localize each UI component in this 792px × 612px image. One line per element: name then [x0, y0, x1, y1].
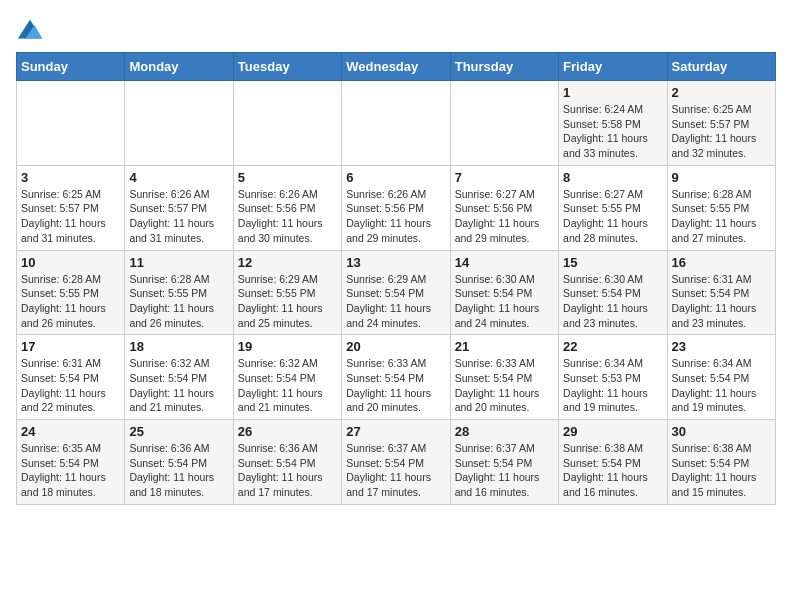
day-info: Sunrise: 6:33 AM Sunset: 5:54 PM Dayligh… [455, 356, 554, 415]
weekday-header-saturday: Saturday [667, 53, 775, 81]
calendar-cell-w3-d5: 14Sunrise: 6:30 AM Sunset: 5:54 PM Dayli… [450, 250, 558, 335]
calendar-week-3: 10Sunrise: 6:28 AM Sunset: 5:55 PM Dayli… [17, 250, 776, 335]
day-number: 22 [563, 339, 662, 354]
calendar-cell-w4-d6: 22Sunrise: 6:34 AM Sunset: 5:53 PM Dayli… [559, 335, 667, 420]
day-info: Sunrise: 6:34 AM Sunset: 5:53 PM Dayligh… [563, 356, 662, 415]
day-number: 16 [672, 255, 771, 270]
calendar-cell-w4-d4: 20Sunrise: 6:33 AM Sunset: 5:54 PM Dayli… [342, 335, 450, 420]
calendar-cell-w4-d3: 19Sunrise: 6:32 AM Sunset: 5:54 PM Dayli… [233, 335, 341, 420]
calendar-header: SundayMondayTuesdayWednesdayThursdayFrid… [17, 53, 776, 81]
day-number: 1 [563, 85, 662, 100]
day-info: Sunrise: 6:31 AM Sunset: 5:54 PM Dayligh… [672, 272, 771, 331]
calendar-cell-w2-d5: 7Sunrise: 6:27 AM Sunset: 5:56 PM Daylig… [450, 165, 558, 250]
calendar-cell-w1-d6: 1Sunrise: 6:24 AM Sunset: 5:58 PM Daylig… [559, 81, 667, 166]
day-info: Sunrise: 6:26 AM Sunset: 5:56 PM Dayligh… [346, 187, 445, 246]
day-number: 25 [129, 424, 228, 439]
day-info: Sunrise: 6:37 AM Sunset: 5:54 PM Dayligh… [455, 441, 554, 500]
day-info: Sunrise: 6:38 AM Sunset: 5:54 PM Dayligh… [563, 441, 662, 500]
day-info: Sunrise: 6:29 AM Sunset: 5:54 PM Dayligh… [346, 272, 445, 331]
calendar-cell-w5-d5: 28Sunrise: 6:37 AM Sunset: 5:54 PM Dayli… [450, 420, 558, 505]
day-number: 21 [455, 339, 554, 354]
calendar-cell-w5-d2: 25Sunrise: 6:36 AM Sunset: 5:54 PM Dayli… [125, 420, 233, 505]
day-number: 10 [21, 255, 120, 270]
day-info: Sunrise: 6:34 AM Sunset: 5:54 PM Dayligh… [672, 356, 771, 415]
day-number: 5 [238, 170, 337, 185]
weekday-header-thursday: Thursday [450, 53, 558, 81]
day-number: 29 [563, 424, 662, 439]
day-number: 20 [346, 339, 445, 354]
calendar-cell-w1-d3 [233, 81, 341, 166]
day-info: Sunrise: 6:27 AM Sunset: 5:56 PM Dayligh… [455, 187, 554, 246]
calendar-cell-w4-d2: 18Sunrise: 6:32 AM Sunset: 5:54 PM Dayli… [125, 335, 233, 420]
day-number: 18 [129, 339, 228, 354]
calendar-cell-w5-d4: 27Sunrise: 6:37 AM Sunset: 5:54 PM Dayli… [342, 420, 450, 505]
calendar-cell-w1-d7: 2Sunrise: 6:25 AM Sunset: 5:57 PM Daylig… [667, 81, 775, 166]
day-info: Sunrise: 6:36 AM Sunset: 5:54 PM Dayligh… [129, 441, 228, 500]
calendar-cell-w5-d6: 29Sunrise: 6:38 AM Sunset: 5:54 PM Dayli… [559, 420, 667, 505]
calendar-week-1: 1Sunrise: 6:24 AM Sunset: 5:58 PM Daylig… [17, 81, 776, 166]
day-number: 9 [672, 170, 771, 185]
weekday-header-row: SundayMondayTuesdayWednesdayThursdayFrid… [17, 53, 776, 81]
calendar-body: 1Sunrise: 6:24 AM Sunset: 5:58 PM Daylig… [17, 81, 776, 505]
day-number: 19 [238, 339, 337, 354]
day-info: Sunrise: 6:26 AM Sunset: 5:56 PM Dayligh… [238, 187, 337, 246]
day-number: 28 [455, 424, 554, 439]
day-number: 23 [672, 339, 771, 354]
day-number: 4 [129, 170, 228, 185]
day-info: Sunrise: 6:29 AM Sunset: 5:55 PM Dayligh… [238, 272, 337, 331]
calendar-cell-w5-d3: 26Sunrise: 6:36 AM Sunset: 5:54 PM Dayli… [233, 420, 341, 505]
calendar-table: SundayMondayTuesdayWednesdayThursdayFrid… [16, 52, 776, 505]
day-info: Sunrise: 6:28 AM Sunset: 5:55 PM Dayligh… [129, 272, 228, 331]
calendar-cell-w5-d1: 24Sunrise: 6:35 AM Sunset: 5:54 PM Dayli… [17, 420, 125, 505]
calendar-week-2: 3Sunrise: 6:25 AM Sunset: 5:57 PM Daylig… [17, 165, 776, 250]
calendar-cell-w1-d2 [125, 81, 233, 166]
day-info: Sunrise: 6:31 AM Sunset: 5:54 PM Dayligh… [21, 356, 120, 415]
weekday-header-friday: Friday [559, 53, 667, 81]
day-info: Sunrise: 6:24 AM Sunset: 5:58 PM Dayligh… [563, 102, 662, 161]
weekday-header-wednesday: Wednesday [342, 53, 450, 81]
day-number: 8 [563, 170, 662, 185]
calendar-cell-w2-d3: 5Sunrise: 6:26 AM Sunset: 5:56 PM Daylig… [233, 165, 341, 250]
day-info: Sunrise: 6:30 AM Sunset: 5:54 PM Dayligh… [455, 272, 554, 331]
day-info: Sunrise: 6:36 AM Sunset: 5:54 PM Dayligh… [238, 441, 337, 500]
day-number: 13 [346, 255, 445, 270]
day-info: Sunrise: 6:30 AM Sunset: 5:54 PM Dayligh… [563, 272, 662, 331]
logo-icon [16, 16, 44, 44]
calendar-cell-w3-d7: 16Sunrise: 6:31 AM Sunset: 5:54 PM Dayli… [667, 250, 775, 335]
day-number: 15 [563, 255, 662, 270]
day-number: 2 [672, 85, 771, 100]
calendar-cell-w3-d2: 11Sunrise: 6:28 AM Sunset: 5:55 PM Dayli… [125, 250, 233, 335]
calendar-cell-w2-d1: 3Sunrise: 6:25 AM Sunset: 5:57 PM Daylig… [17, 165, 125, 250]
day-info: Sunrise: 6:28 AM Sunset: 5:55 PM Dayligh… [672, 187, 771, 246]
day-number: 11 [129, 255, 228, 270]
day-info: Sunrise: 6:32 AM Sunset: 5:54 PM Dayligh… [238, 356, 337, 415]
calendar-cell-w5-d7: 30Sunrise: 6:38 AM Sunset: 5:54 PM Dayli… [667, 420, 775, 505]
calendar-week-5: 24Sunrise: 6:35 AM Sunset: 5:54 PM Dayli… [17, 420, 776, 505]
calendar-cell-w3-d6: 15Sunrise: 6:30 AM Sunset: 5:54 PM Dayli… [559, 250, 667, 335]
day-info: Sunrise: 6:33 AM Sunset: 5:54 PM Dayligh… [346, 356, 445, 415]
day-info: Sunrise: 6:35 AM Sunset: 5:54 PM Dayligh… [21, 441, 120, 500]
calendar-cell-w3-d3: 12Sunrise: 6:29 AM Sunset: 5:55 PM Dayli… [233, 250, 341, 335]
day-number: 27 [346, 424, 445, 439]
day-info: Sunrise: 6:32 AM Sunset: 5:54 PM Dayligh… [129, 356, 228, 415]
calendar-cell-w3-d1: 10Sunrise: 6:28 AM Sunset: 5:55 PM Dayli… [17, 250, 125, 335]
day-info: Sunrise: 6:37 AM Sunset: 5:54 PM Dayligh… [346, 441, 445, 500]
page-header [16, 16, 776, 44]
calendar-cell-w2-d2: 4Sunrise: 6:26 AM Sunset: 5:57 PM Daylig… [125, 165, 233, 250]
day-number: 6 [346, 170, 445, 185]
weekday-header-tuesday: Tuesday [233, 53, 341, 81]
day-number: 17 [21, 339, 120, 354]
calendar-cell-w3-d4: 13Sunrise: 6:29 AM Sunset: 5:54 PM Dayli… [342, 250, 450, 335]
day-number: 3 [21, 170, 120, 185]
day-info: Sunrise: 6:38 AM Sunset: 5:54 PM Dayligh… [672, 441, 771, 500]
calendar-cell-w4-d5: 21Sunrise: 6:33 AM Sunset: 5:54 PM Dayli… [450, 335, 558, 420]
day-number: 14 [455, 255, 554, 270]
day-info: Sunrise: 6:25 AM Sunset: 5:57 PM Dayligh… [21, 187, 120, 246]
weekday-header-monday: Monday [125, 53, 233, 81]
day-info: Sunrise: 6:26 AM Sunset: 5:57 PM Dayligh… [129, 187, 228, 246]
weekday-header-sunday: Sunday [17, 53, 125, 81]
day-info: Sunrise: 6:25 AM Sunset: 5:57 PM Dayligh… [672, 102, 771, 161]
calendar-cell-w4-d7: 23Sunrise: 6:34 AM Sunset: 5:54 PM Dayli… [667, 335, 775, 420]
day-info: Sunrise: 6:28 AM Sunset: 5:55 PM Dayligh… [21, 272, 120, 331]
calendar-week-4: 17Sunrise: 6:31 AM Sunset: 5:54 PM Dayli… [17, 335, 776, 420]
